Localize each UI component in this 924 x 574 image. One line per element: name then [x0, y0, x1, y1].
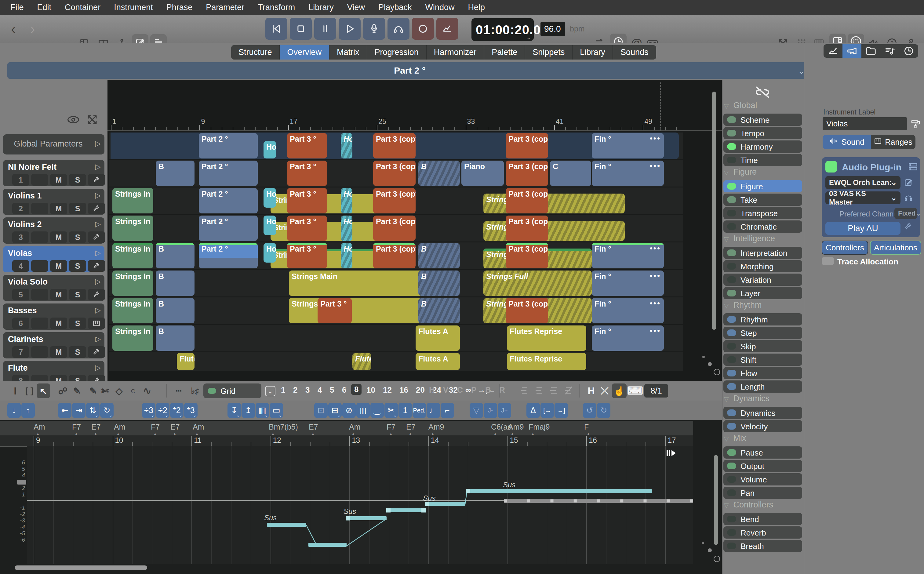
trace-allocation-toggle[interactable]: [822, 257, 834, 265]
forward-button[interactable]: ›: [30, 21, 35, 37]
param-rhythm[interactable]: Rhythm: [724, 313, 802, 325]
param-harmony[interactable]: Harmony: [724, 140, 802, 153]
param-breath[interactable]: Breath: [724, 540, 802, 552]
block-part-3-copy[interactable]: Part 3 (copy: [373, 243, 416, 268]
plugin-device-dropdown[interactable]: EWQL Orch Lean:A Strings⌄: [825, 176, 900, 189]
chord-F7[interactable]: F7: [386, 423, 396, 431]
action-divide-2[interactable]: ÷2⌄: [156, 403, 169, 418]
block-fin-[interactable]: Fin °•••: [592, 271, 664, 296]
param-bend[interactable]: Bend: [724, 513, 802, 525]
tab-instruments[interactable]: [842, 44, 862, 58]
mute-button[interactable]: M: [50, 260, 67, 272]
disclosure-icon[interactable]: ▷: [95, 220, 101, 229]
block-strings-in[interactable]: Strings In: [112, 271, 153, 296]
chord-F[interactable]: F: [584, 423, 589, 431]
block-flutes-a[interactable]: Flutes A: [416, 325, 460, 351]
block-strings-in[interactable]: Strings In: [112, 188, 153, 213]
chord-Am[interactable]: Am: [349, 423, 361, 431]
param-time[interactable]: Time: [724, 154, 802, 166]
block-part-2-[interactable]: Part 2 °: [199, 216, 258, 241]
tool-eraser[interactable]: ◇: [112, 383, 126, 398]
snap-3[interactable]: 3: [305, 385, 310, 395]
block-piano[interactable]: Piano: [461, 161, 504, 186]
container-header[interactable]: Part 2 ° ⌄: [7, 62, 812, 79]
param-skip[interactable]: Skip: [724, 340, 802, 352]
param-flow[interactable]: Flow: [724, 367, 802, 379]
skip-to-start-button[interactable]: [265, 18, 287, 40]
block-part-3-[interactable]: Part 3 °: [287, 133, 327, 158]
block-horns[interactable]: Horns: [341, 243, 352, 268]
arrangement-row-clarinets[interactable]: Strings InBFlutes AFlutes RepriseFin °••…: [109, 325, 683, 352]
block-b[interactable]: B: [156, 243, 194, 268]
zoom-dot-medium[interactable]: [708, 362, 712, 366]
arrangement-row-global[interactable]: Part 2 °HornsPart 3 °HornsPart 3 (copyPa…: [109, 132, 683, 159]
block-flute[interactable]: Flute: [352, 353, 371, 370]
action-crop[interactable]: ⊡: [314, 403, 328, 418]
block-horns[interactable]: Horns: [263, 216, 276, 235]
tab-progression[interactable]: Progression: [367, 45, 427, 60]
tab-library[interactable]: Library: [572, 45, 613, 60]
menu-item-window[interactable]: Window: [425, 3, 454, 12]
menu-item-instrument[interactable]: Instrument: [114, 3, 153, 12]
param-velocity[interactable]: Velocity: [724, 420, 802, 432]
block-part-3-copy[interactable]: Part 3 (copy: [506, 161, 548, 186]
articulations-button[interactable]: Articulations: [870, 241, 921, 255]
meter-field[interactable]: 8/1: [644, 384, 668, 397]
menu-item-parameter[interactable]: Parameter: [206, 3, 244, 12]
snap-16[interactable]: 16: [399, 385, 408, 395]
block-fin-[interactable]: Fin °•••: [592, 298, 664, 323]
param-section-figure[interactable]: ▽ Figure: [724, 167, 757, 177]
block-horns[interactable]: Horns: [263, 188, 276, 208]
tempo-field[interactable]: 96.0: [541, 22, 565, 36]
solo-button[interactable]: S: [69, 317, 86, 329]
action-octave-up[interactable]: ↥: [241, 403, 255, 418]
track-violas[interactable]: Violas▷4MS: [3, 246, 104, 272]
action-experiment[interactable]: Δ: [527, 403, 540, 418]
block-flute[interactable]: Flute: [177, 353, 194, 370]
block-part-2-[interactable]: Part 2 °: [199, 161, 258, 186]
block-horns[interactable]: Horns: [341, 216, 352, 241]
menu-item-transform[interactable]: Transform: [258, 3, 295, 12]
tool-connect[interactable]: ☍: [56, 383, 69, 398]
snap-2[interactable]: 2: [293, 385, 297, 395]
block-part-3-copy[interactable]: Part 3 (copy: [506, 298, 548, 323]
extra-slot-button[interactable]: [31, 317, 48, 329]
snap-1[interactable]: 1: [281, 385, 285, 395]
record-arm-button[interactable]: [363, 18, 385, 40]
block-part-3-copy[interactable]: Part 3 (copy: [373, 161, 416, 186]
block-b[interactable]: B: [156, 161, 194, 186]
block-part-3-[interactable]: Part 3 °: [287, 161, 327, 186]
block-strings[interactable]: Strings: [483, 221, 625, 241]
block-part-2-[interactable]: Part 2 °: [199, 188, 258, 213]
align-list-3[interactable]: [549, 386, 560, 396]
back-button[interactable]: ‹: [11, 21, 16, 37]
track-clarinets[interactable]: Clarinets▷7MS: [3, 332, 104, 358]
action-undo[interactable]: ↺: [583, 403, 596, 418]
wrench-icon[interactable]: [88, 346, 105, 358]
block-menu-dots[interactable]: •••: [650, 271, 661, 281]
editor-hscrollbar[interactable]: [15, 565, 147, 570]
pause-button[interactable]: [314, 18, 336, 40]
chord-E7[interactable]: E7: [406, 423, 416, 431]
arrangement-row-violins-1[interactable]: Strings InPart 2 °StringsHornsPart 3 °Ho…: [109, 188, 683, 214]
snap-5[interactable]: 5: [330, 385, 334, 395]
block-c[interactable]: C: [550, 161, 591, 186]
block-horns[interactable]: Horns: [341, 188, 352, 213]
param-take[interactable]: Take: [724, 194, 802, 206]
chord-E7[interactable]: E7: [91, 423, 101, 431]
tab-phrases[interactable]: [880, 44, 900, 58]
block-part-3-copy[interactable]: Part 3 (copy: [506, 133, 548, 158]
tab-files[interactable]: [861, 44, 881, 58]
tool-wave[interactable]: ∿: [140, 383, 154, 398]
block-strings-in[interactable]: Strings In: [112, 243, 153, 268]
block-b[interactable]: B: [418, 271, 460, 296]
track-violins-1[interactable]: Violins 1▷2MS: [3, 189, 104, 215]
align-list-2[interactable]: [534, 386, 545, 396]
param-section-rhythm[interactable]: ▽ Rhythm: [724, 300, 762, 310]
action-redo[interactable]: ↻: [597, 403, 610, 418]
action-move-end[interactable]: ⇥: [72, 403, 85, 418]
disclosure-icon[interactable]: ▷: [95, 139, 101, 148]
action-jump-minus[interactable]: J-: [484, 403, 497, 418]
plugin-color-swatch[interactable]: [825, 161, 837, 172]
arrangement-row-violins-2[interactable]: Strings InPart 2 °StringsHornsPart 3 °Ho…: [109, 215, 683, 241]
